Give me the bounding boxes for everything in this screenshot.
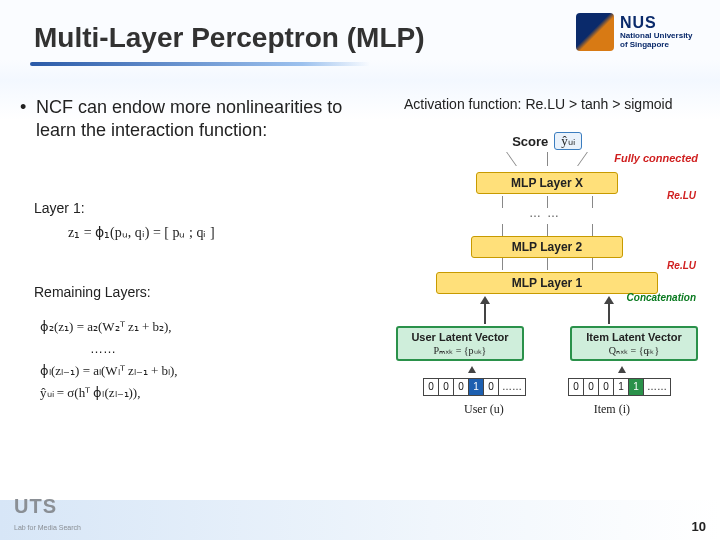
relu-tag-x: Re.LU <box>667 190 696 201</box>
user-latent-box: User Latent Vector Pₘₓₖ = {pᵤₖ} <box>396 326 524 361</box>
nus-abbr: NUS <box>620 14 692 32</box>
onehot-cell: 0 <box>584 379 599 395</box>
onehot-cell-hot: 1 <box>629 379 644 395</box>
score-row: Score ŷᵤᵢ <box>396 132 698 150</box>
nus-name-1: National University <box>620 31 692 40</box>
activation-note: Activation function: Re.LU > tanh > sigm… <box>404 96 672 112</box>
onehot-cell: 0 <box>484 379 499 395</box>
layer-ellipsis: …… <box>396 206 698 220</box>
fully-connected-label: Fully connected <box>614 152 698 164</box>
layer1-label: Layer 1: <box>34 200 85 216</box>
onehot-cell: 1 <box>614 379 629 395</box>
arrow-up-icon <box>480 296 490 304</box>
mlp-layer-x-box: MLP Layer X <box>476 172 618 194</box>
uts-subtitle: Lab for Media Search <box>14 524 81 531</box>
mlp-architecture-diagram: Score ŷᵤᵢ Fully connected MLP Layer X Re… <box>396 132 698 452</box>
mlp-layer-1-row: MLP Layer 1 <box>396 272 698 294</box>
mlp-layer-2-row: MLP Layer 2 <box>396 236 698 258</box>
mlp-layer-x-row: MLP Layer X <box>396 172 698 194</box>
uts-logo: UTS Lab for Media Search <box>14 496 81 534</box>
nus-logo-text: NUS National University of Singapore <box>620 14 692 49</box>
mlp-layer-2-box: MLP Layer 2 <box>471 236 623 258</box>
onehot-cell-hot: 1 <box>469 379 484 395</box>
uts-abbr: UTS <box>14 496 81 516</box>
onehot-cell-ellipsis: …… <box>644 379 670 395</box>
onehot-row: 0 0 0 1 0 …… 0 0 0 1 1 …… <box>396 378 698 396</box>
user-item-label-row: User (u) Item (i) <box>396 402 698 417</box>
equation-ellipsis: …… <box>90 338 178 360</box>
equation-layer1: z₁ = ϕ₁(pᵤ, qᵢ) = [ pᵤ ; qᵢ ] <box>68 224 215 241</box>
latent-vector-row: User Latent Vector Pₘₓₖ = {pᵤₖ} Item Lat… <box>396 326 698 361</box>
title-underline <box>30 62 370 66</box>
equation-yhat: ŷᵤᵢ = σ(hᵀ ϕₗ(zₗ₋₁)), <box>40 382 178 404</box>
item-latent-title: Item Latent Vector <box>578 331 690 343</box>
onehot-cell-ellipsis: …… <box>499 379 525 395</box>
item-label: Item (i) <box>594 402 630 417</box>
arrow-line <box>608 304 610 324</box>
concatenation-tag: Concatenation <box>627 292 696 303</box>
relu-tag-1: Re.LU <box>667 260 696 271</box>
item-latent-box: Item Latent Vector Qₙₓₖ = {qᵢₖ} <box>570 326 698 361</box>
slide-title: Multi-Layer Perceptron (MLP) <box>34 22 424 54</box>
user-latent-notation: Pₘₓₖ = {pᵤₖ} <box>404 345 516 356</box>
connecting-lines-lower <box>472 258 622 270</box>
onehot-cell: 0 <box>439 379 454 395</box>
remaining-layers-label: Remaining Layers: <box>34 284 151 300</box>
user-label: User (u) <box>464 402 504 417</box>
onehot-cell: 0 <box>599 379 614 395</box>
nus-name-2: of Singapore <box>620 40 669 49</box>
equation-phiL: ϕₗ(zₗ₋₁) = aₗ(Wₗᵀ zₗ₋₁ + bₗ), <box>40 360 178 382</box>
footer-bar <box>0 500 720 540</box>
page-number: 10 <box>692 519 706 534</box>
fan-lines-icon <box>487 152 607 168</box>
main-bullet: NCF can endow more nonlinearities to lea… <box>36 96 376 143</box>
item-latent-notation: Qₙₓₖ = {qᵢₖ} <box>578 345 690 356</box>
arrow-up-icon <box>468 366 476 373</box>
equations-remaining: ϕ₂(z₁) = a₂(W₂ᵀ z₁ + b₂), …… ϕₗ(zₗ₋₁) = … <box>40 316 178 404</box>
mlp-layer-1-box: MLP Layer 1 <box>436 272 658 294</box>
equation-phi2: ϕ₂(z₁) = a₂(W₂ᵀ z₁ + b₂), <box>40 316 178 338</box>
score-symbol-box: ŷᵤᵢ <box>554 132 582 150</box>
arrow-line <box>484 304 486 324</box>
arrow-up-icon <box>604 296 614 304</box>
nus-logo: NUS National University of Singapore <box>576 10 706 54</box>
onehot-cell: 0 <box>424 379 439 395</box>
score-label: Score <box>512 134 548 149</box>
user-onehot-vector: 0 0 0 1 0 …… <box>423 378 526 396</box>
arrow-up-icon <box>618 366 626 373</box>
onehot-cell: 0 <box>454 379 469 395</box>
item-onehot-vector: 0 0 0 1 1 …… <box>568 378 671 396</box>
nus-crest-icon <box>576 13 614 51</box>
onehot-cell: 0 <box>569 379 584 395</box>
user-latent-title: User Latent Vector <box>404 331 516 343</box>
